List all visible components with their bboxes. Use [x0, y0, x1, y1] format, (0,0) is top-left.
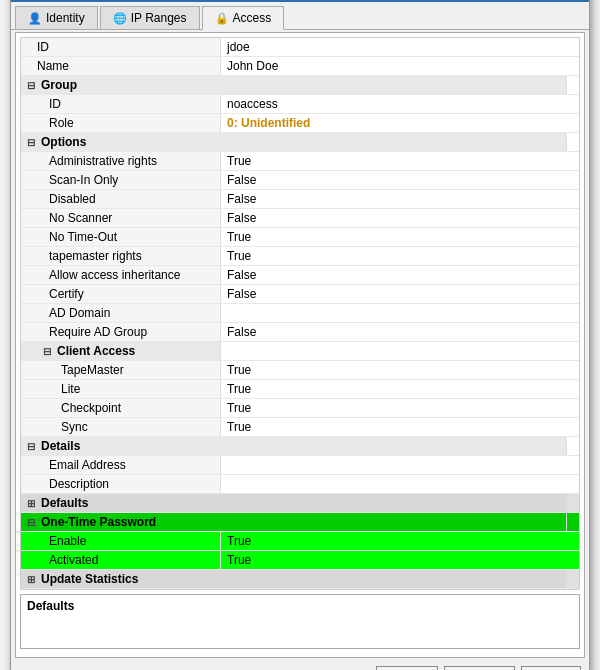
expand-options-icon[interactable]: ⊟: [25, 137, 37, 148]
table-row: AD Domain: [21, 304, 579, 323]
table-row: Administrative rights True: [21, 152, 579, 171]
table-row: Allow access inheritance False: [21, 266, 579, 285]
table-row-section-client-access: ⊟ Client Access: [21, 342, 579, 361]
prop-val-name: John Doe: [221, 57, 579, 75]
table-row: Certify False: [21, 285, 579, 304]
table-row-section-update-stats: ⊞ Update Statistics: [21, 570, 579, 589]
table-row-section-otp: ⊟ One-Time Password: [21, 513, 579, 532]
table-row: Disabled False: [21, 190, 579, 209]
prop-val-no-scanner: False: [221, 209, 579, 227]
prop-val-enable: True: [221, 532, 579, 550]
section-otp-val: [567, 513, 579, 531]
expand-update-stats-icon[interactable]: ⊞: [25, 574, 37, 585]
table-row: No Time-Out True: [21, 228, 579, 247]
edit-user-dialog: Edit User: jdoe ✕ 👤 Identity 🌐 IP Ranges…: [10, 0, 590, 670]
expand-client-access-icon[interactable]: ⊟: [41, 346, 53, 357]
prop-val-tapemaster-rights: True: [221, 247, 579, 265]
section-group[interactable]: ⊟ Group: [21, 76, 567, 94]
prop-val-activated: True: [221, 551, 579, 569]
prop-val-allow-access: False: [221, 266, 579, 284]
section-details-val: [567, 437, 579, 455]
section-details[interactable]: ⊟ Details: [21, 437, 567, 455]
prop-val-no-timeout: True: [221, 228, 579, 246]
section-update-stats[interactable]: ⊞ Update Statistics: [21, 570, 567, 588]
prop-key-id1: ID: [21, 38, 221, 56]
section-client-access[interactable]: ⊟ Client Access: [21, 342, 221, 360]
table-row-section-group: ⊟ Group: [21, 76, 579, 95]
prop-key-no-timeout: No Time-Out: [21, 228, 221, 246]
expand-details-icon[interactable]: ⊟: [25, 441, 37, 452]
section-details-label: Details: [41, 439, 80, 453]
prop-val-lite: True: [221, 380, 579, 398]
table-row-enable: Enable True: [21, 532, 579, 551]
prop-val-description: [221, 475, 579, 493]
table-row: Scan-In Only False: [21, 171, 579, 190]
help-button[interactable]: Help: [521, 666, 581, 670]
tab-identity[interactable]: 👤 Identity: [15, 6, 98, 29]
prop-key-allow-access: Allow access inheritance: [21, 266, 221, 284]
table-row: Sync True: [21, 418, 579, 437]
main-content: ID jdoe Name John Doe ⊟ Group ID noacces…: [15, 32, 585, 658]
prop-key-description: Description: [21, 475, 221, 493]
prop-key-certify: Certify: [21, 285, 221, 303]
tab-ip-ranges[interactable]: 🌐 IP Ranges: [100, 6, 200, 29]
tab-identity-label: Identity: [46, 11, 85, 25]
prop-key-sync: Sync: [21, 418, 221, 436]
tab-access[interactable]: 🔒 Access: [202, 6, 285, 30]
prop-val-scan-in: False: [221, 171, 579, 189]
section-otp-label: One-Time Password: [41, 515, 156, 529]
section-update-stats-label: Update Statistics: [41, 572, 138, 586]
section-defaults[interactable]: ⊞ Defaults: [21, 494, 567, 512]
prop-key-admin-rights: Administrative rights: [21, 152, 221, 170]
prop-val-id1: jdoe: [221, 38, 579, 56]
prop-val-admin-rights: True: [221, 152, 579, 170]
section-group-label: Group: [41, 78, 77, 92]
section-otp[interactable]: ⊟ One-Time Password: [21, 513, 567, 531]
info-box-label: Defaults: [27, 599, 74, 613]
section-options-label: Options: [41, 135, 86, 149]
access-icon: 🔒: [215, 12, 229, 25]
table-row: Email Address: [21, 456, 579, 475]
prop-val-checkpoint: True: [221, 399, 579, 417]
table-row: TapeMaster True: [21, 361, 579, 380]
prop-key-lite: Lite: [21, 380, 221, 398]
cancel-button[interactable]: Cancel: [444, 666, 515, 670]
prop-key-scan-in: Scan-In Only: [21, 171, 221, 189]
section-update-stats-val: [567, 570, 579, 588]
ip-ranges-icon: 🌐: [113, 12, 127, 25]
property-table: ID jdoe Name John Doe ⊟ Group ID noacces…: [20, 37, 580, 590]
prop-val-sync: True: [221, 418, 579, 436]
prop-val-tapemaster: True: [221, 361, 579, 379]
table-row-section-defaults: ⊞ Defaults: [21, 494, 579, 513]
table-row: Description: [21, 475, 579, 494]
prop-key-group-id: ID: [21, 95, 221, 113]
identity-icon: 👤: [28, 12, 42, 25]
prop-key-name: Name: [21, 57, 221, 75]
expand-otp-icon[interactable]: ⊟: [25, 517, 37, 528]
prop-val-role: 0: Unidentified: [221, 114, 579, 132]
section-options[interactable]: ⊟ Options: [21, 133, 567, 151]
prop-key-enable: Enable: [21, 532, 221, 550]
table-row: Role 0: Unidentified: [21, 114, 579, 133]
prop-val-group-id: noaccess: [221, 95, 579, 113]
prop-key-tapemaster-rights: tapemaster rights: [21, 247, 221, 265]
prop-val-disabled: False: [221, 190, 579, 208]
table-row: ID jdoe: [21, 38, 579, 57]
prop-key-require-ad: Require AD Group: [21, 323, 221, 341]
table-row: Checkpoint True: [21, 399, 579, 418]
save-button[interactable]: Save: [376, 666, 437, 670]
expand-group-icon[interactable]: ⊟: [25, 80, 37, 91]
prop-key-email: Email Address: [21, 456, 221, 474]
section-defaults-val: [567, 494, 579, 512]
table-row: No Scanner False: [21, 209, 579, 228]
section-options-val: [567, 133, 579, 151]
prop-key-disabled: Disabled: [21, 190, 221, 208]
expand-defaults-icon[interactable]: ⊞: [25, 498, 37, 509]
table-row-activated: Activated True: [21, 551, 579, 570]
table-row-section-details: ⊟ Details: [21, 437, 579, 456]
table-row: tapemaster rights True: [21, 247, 579, 266]
section-client-access-label: Client Access: [57, 344, 135, 358]
table-row: Name John Doe: [21, 57, 579, 76]
prop-key-tapemaster: TapeMaster: [21, 361, 221, 379]
section-defaults-label: Defaults: [41, 496, 88, 510]
